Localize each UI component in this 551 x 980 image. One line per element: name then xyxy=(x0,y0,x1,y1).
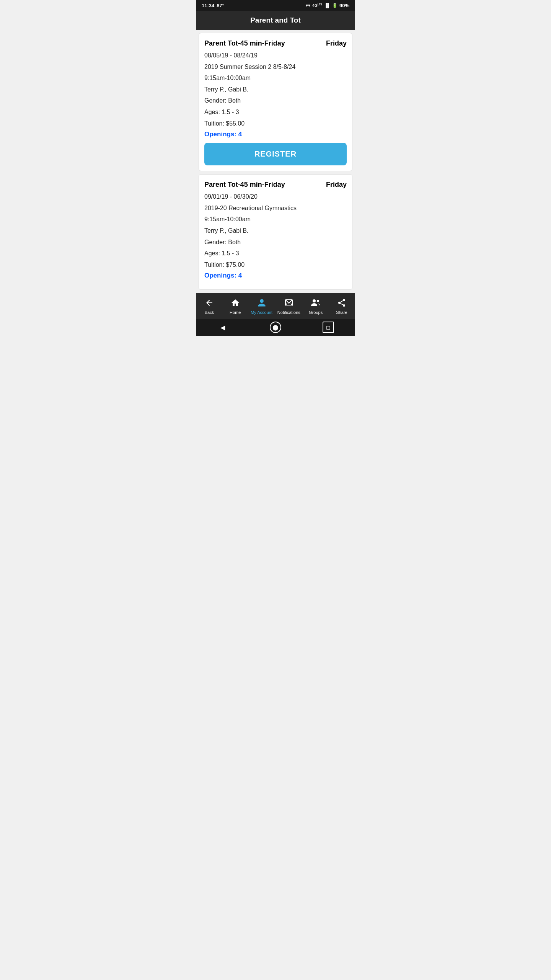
nav-back[interactable]: Back xyxy=(199,298,220,315)
card-1-day: Friday xyxy=(326,39,347,47)
wifi-icon: ▾▾ xyxy=(306,3,310,8)
nav-share[interactable]: Share xyxy=(331,298,352,315)
system-nav: ◀ ⬤ ◻ xyxy=(196,319,355,336)
card-1-date-range: 08/05/19 - 08/24/19 xyxy=(204,51,347,60)
share-icon xyxy=(337,298,346,309)
card-1-session: 2019 Summer Session 2 8/5-8/24 xyxy=(204,62,347,72)
card-1-tuition: Tuition: $55.00 xyxy=(204,119,347,129)
home-icon xyxy=(231,298,240,309)
system-recents-button[interactable]: ◻ xyxy=(323,322,334,333)
groups-icon xyxy=(311,298,321,309)
card-2-date-range: 09/01/19 - 06/30/20 xyxy=(204,192,347,202)
svg-line-7 xyxy=(341,301,343,302)
content-area: Parent Tot-45 min-Friday Friday 08/05/19… xyxy=(196,30,355,293)
notifications-icon xyxy=(284,298,293,309)
card-2-title: Parent Tot-45 min-Friday xyxy=(204,181,322,189)
card-2-tuition: Tuition: $75.00 xyxy=(204,260,347,270)
battery-icon: 🔋 xyxy=(332,3,337,8)
nav-myaccount[interactable]: My Account xyxy=(251,298,272,315)
nav-share-label: Share xyxy=(336,310,347,315)
card-2-time: 9:15am-10:00am xyxy=(204,214,347,224)
class-card-1: Parent Tot-45 min-Friday Friday 08/05/19… xyxy=(199,33,352,171)
svg-point-3 xyxy=(343,299,345,301)
card-2-instructors: Terry P., Gabi B. xyxy=(204,226,347,236)
status-time: 11:34 xyxy=(202,3,214,8)
class-card-2: Parent Tot-45 min-Friday Friday 09/01/19… xyxy=(199,174,352,290)
status-temp: 87° xyxy=(217,3,224,8)
nav-myaccount-label: My Account xyxy=(251,310,272,315)
system-back-button[interactable]: ◀ xyxy=(217,322,228,333)
nav-notifications-label: Notifications xyxy=(277,310,300,315)
myaccount-icon xyxy=(257,298,266,309)
svg-point-5 xyxy=(343,304,345,307)
card-2-day: Friday xyxy=(326,181,347,189)
signal-icon: ▐▌ xyxy=(324,3,330,8)
nav-groups[interactable]: Groups xyxy=(305,298,326,315)
back-icon xyxy=(205,298,214,309)
page-header: Parent and Tot xyxy=(196,11,355,30)
card-2-openings: Openings: 4 xyxy=(204,272,347,279)
card-1-header: Parent Tot-45 min-Friday Friday xyxy=(204,39,347,47)
card-1-gender: Gender: Both xyxy=(204,96,347,106)
nav-back-label: Back xyxy=(205,310,214,315)
card-2-ages: Ages: 1.5 - 3 xyxy=(204,248,347,258)
bottom-nav: Back Home My Account Notifications xyxy=(196,293,355,319)
signal-label: 4GLTE xyxy=(312,3,322,8)
nav-groups-label: Groups xyxy=(309,310,323,315)
nav-notifications[interactable]: Notifications xyxy=(277,298,300,315)
svg-point-2 xyxy=(317,300,319,302)
nav-home[interactable]: Home xyxy=(225,298,246,315)
card-1-time: 9:15am-10:00am xyxy=(204,73,347,83)
nav-home-label: Home xyxy=(230,310,241,315)
card-1-openings: Openings: 4 xyxy=(204,131,347,138)
page-title: Parent and Tot xyxy=(250,16,301,24)
card-1-title: Parent Tot-45 min-Friday xyxy=(204,39,322,47)
battery-percent: 90% xyxy=(339,3,349,8)
card-2-session: 2019-20 Recreational Gymnastics xyxy=(204,203,347,213)
svg-point-1 xyxy=(313,299,316,302)
register-button-1[interactable]: REGISTER xyxy=(204,143,347,165)
card-1-ages: Ages: 1.5 - 3 xyxy=(204,107,347,117)
card-2-gender: Gender: Both xyxy=(204,237,347,247)
status-bar: 11:34 87° ▾▾ 4GLTE ▐▌ 🔋 90% xyxy=(196,0,355,11)
svg-line-6 xyxy=(341,303,343,305)
card-1-instructors: Terry P., Gabi B. xyxy=(204,85,347,95)
svg-point-4 xyxy=(338,302,341,304)
card-2-header: Parent Tot-45 min-Friday Friday xyxy=(204,181,347,189)
system-home-button[interactable]: ⬤ xyxy=(270,322,281,333)
